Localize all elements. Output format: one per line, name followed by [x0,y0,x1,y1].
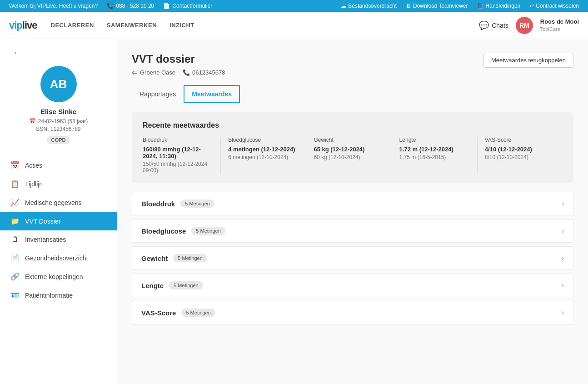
phone-icon: 📞 [183,69,190,76]
sidebar-item-medische-gegevens[interactable]: 📈 Medische gegevens [0,193,117,212]
clipboard-icon: 📋 [10,180,20,188]
user-info: Roos de Mooi TopiCare [540,18,579,32]
app-body: ← AB Elise Sinke 📅 24-02-1963 (58 jaar) … [0,39,588,384]
sidebar: ← AB Elise Sinke 📅 24-02-1963 (58 jaar) … [0,39,117,384]
calendar-icon: 📅 [29,118,36,125]
phone-meta: 📞 0612345678 [183,69,225,76]
dossier-info: VVT dossier 🏷 Groene Oase 📞 0612345678 [132,53,225,76]
chevron-right-icon: › [562,227,564,235]
document-icon: 📄 [10,254,20,262]
patient-name: Elise Sinke [40,108,76,115]
top-bar: Welkom bij VIPLive. Heeft u vragen? 📞 08… [0,0,588,12]
folder-icon: 📁 [10,217,20,225]
recente-title: Recente meetwaardes [143,121,563,130]
nav-samenwerken[interactable]: SAMENWERKEN [107,13,157,38]
tag-icon: 🏷 [132,69,138,76]
chat-icon: 💬 [479,20,489,30]
book-icon: 📘 [477,3,484,9]
back-button[interactable]: ← [13,48,21,58]
sidebar-item-acties[interactable]: 📅 Acties [0,156,117,175]
phone-link[interactable]: 📞 088 - 528 10 20 [107,3,154,9]
calendar-icon: 📅 [10,161,20,170]
user-avatar: RM [516,17,533,34]
accordion-lengte[interactable]: Lengte 5 Metingen › [132,274,573,297]
chart-icon: 📈 [10,198,20,207]
welcome-text: Welkom bij VIPLive. Heeft u vragen? [9,3,98,9]
patient-avatar: AB [40,66,77,102]
recente-col-vas-score: VAS-Score 4/10 (12-12-2024) 8/10 (12-10-… [478,137,563,174]
accordion-bloedglucose[interactable]: Bloedglucose 5 Metingen › [132,219,573,243]
patient-bsn: BSN: 1123456789 [36,126,80,132]
recente-meetwaardes-card: Recente meetwaardes Bloeddruk 160/80 mmh… [132,112,573,183]
doc-icon: 📄 [163,3,170,9]
bestandsoverdracht-link[interactable]: ☁ Bestandsoverdracht [341,3,397,9]
sidebar-nav: 📅 Acties 📋 Tijdlijn 📈 Medische gegevens … [0,156,117,304]
nav-links: DECLAREREN SAMENWERKEN INZICHT [51,13,479,38]
patient-tag: COPD [47,136,70,144]
recente-col-gewicht: Gewicht 65 kg (12-12-2024) 60 kg (12-10-… [306,137,392,174]
nav-inzicht[interactable]: INZICHT [169,13,194,38]
tag-meta: 🏷 Groene Oase [132,69,175,76]
contact-link[interactable]: 📄 Contactformulier [163,3,212,9]
meetwaardes-terugkoppelen-button[interactable]: Meetwaardes terugkoppelen [483,53,573,68]
accordion-vas-score[interactable]: VAS-Score 5 Metingen › [132,301,573,324]
teamviewer-link[interactable]: 🖥 Download Teamviewer [406,3,468,9]
nav-bar: viplive DECLAREREN SAMENWERKEN INZICHT 💬… [0,12,588,39]
user-org: TopiCare [540,26,579,32]
tab-meetwaardes[interactable]: Meetwaardes [184,85,240,103]
upload-icon: ☁ [341,3,346,9]
dossier-title: VVT dossier [132,53,225,65]
sidebar-item-inventarisaties[interactable]: 🗒 Inventarisaties [0,230,117,249]
nav-declareren[interactable]: DECLAREREN [51,13,94,38]
contract-link[interactable]: ↩ Contract wisselen [529,3,579,9]
user-name: Roos de Mooi [540,18,579,26]
handleidingen-link[interactable]: 📘 Handleidingen [477,3,521,9]
tab-rapportages[interactable]: Rapportages [132,85,184,103]
sidebar-item-patientinformatie[interactable]: 🪪 Patiëntinformatie [0,286,117,304]
recente-col-bloeddruk: Bloeddruk 160/80 mmhg (12-12-2024, 11:30… [143,137,221,174]
dossier-meta: 🏷 Groene Oase 📞 0612345678 [132,69,225,76]
sidebar-item-tijdlijn[interactable]: 📋 Tijdlijn [0,175,117,193]
chevron-right-icon: › [562,199,564,208]
accordion-gewicht[interactable]: Gewicht 5 Metingen › [132,246,573,270]
chevron-right-icon: › [562,281,564,289]
chevron-right-icon: › [562,254,564,262]
phone-icon: 📞 [107,3,114,9]
patient-dob: 📅 24-02-1963 (58 jaar) [29,118,88,125]
monitor-icon: 🖥 [406,3,411,9]
nav-right: 💬 Chats RM Roos de Mooi TopiCare [479,17,579,34]
recente-grid: Bloeddruk 160/80 mmhg (12-12-2024, 11:30… [143,137,563,174]
sidebar-item-vvt-dossier[interactable]: 📁 VVT Dossier [0,212,117,230]
tabs: Rapportages Meetwaardes [132,85,573,103]
recente-col-lengte: Lengte 1.72 m (12-12-2024) 1,75 m (16-5-… [392,137,478,174]
sidebar-item-externe-koppelingen[interactable]: 🔗 Externe koppelingen [0,267,117,286]
notes-icon: 🗒 [10,235,20,244]
logo: viplive [9,20,37,31]
main-content: VVT dossier 🏷 Groene Oase 📞 0612345678 M… [117,39,588,384]
dossier-header: VVT dossier 🏷 Groene Oase 📞 0612345678 M… [132,53,573,76]
chevron-right-icon: › [562,309,564,317]
accordion-bloeddruk[interactable]: Bloeddruk 5 Metingen › [132,192,573,215]
chats-button[interactable]: 💬 Chats [479,20,508,30]
recente-col-bloedglucose: Bloedglucose 4 metingen (12-12-2024) 6 m… [221,137,306,174]
link-icon: 🔗 [10,272,20,281]
swap-icon: ↩ [529,3,534,9]
sidebar-item-gezondheidsoverzicht[interactable]: 📄 Gezondheidsoverzicht [0,249,117,267]
id-icon: 🪪 [10,291,20,299]
